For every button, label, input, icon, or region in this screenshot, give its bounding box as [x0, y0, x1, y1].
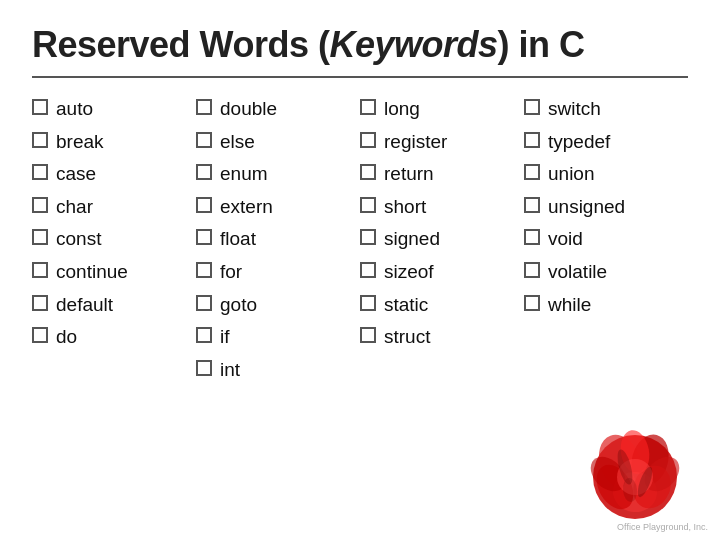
- keyword-text: unsigned: [548, 194, 625, 221]
- list-item: static: [360, 292, 524, 319]
- bullet-icon: [196, 262, 212, 278]
- title-text-after: ) in C: [498, 24, 585, 65]
- list-item: for: [196, 259, 360, 286]
- keyword-text: auto: [56, 96, 93, 123]
- list-item: char: [32, 194, 196, 221]
- list-item: sizeof: [360, 259, 524, 286]
- list-item: unsigned: [524, 194, 688, 221]
- bullet-icon: [524, 164, 540, 180]
- bullet-icon: [196, 197, 212, 213]
- column-2: doubleelseenumexternfloatforgotoifint: [196, 96, 360, 389]
- bullet-icon: [196, 360, 212, 376]
- keyword-text: float: [220, 226, 256, 253]
- bullet-icon: [360, 295, 376, 311]
- bullet-icon: [196, 295, 212, 311]
- list-item: volatile: [524, 259, 688, 286]
- bullet-icon: [360, 99, 376, 115]
- bullet-icon: [196, 164, 212, 180]
- list-item: auto: [32, 96, 196, 123]
- list-item: do: [32, 324, 196, 351]
- watermark: Office Playground, Inc.: [617, 522, 708, 532]
- list-item: break: [32, 129, 196, 156]
- keyword-text: enum: [220, 161, 268, 188]
- keyword-text: extern: [220, 194, 273, 221]
- keyword-text: goto: [220, 292, 257, 319]
- list-item: else: [196, 129, 360, 156]
- bullet-icon: [32, 262, 48, 278]
- bullet-icon: [524, 197, 540, 213]
- page: Reserved Words (Keywords) in C autobreak…: [0, 0, 720, 540]
- bullet-icon: [32, 327, 48, 343]
- column-3: longregisterreturnshortsignedsizeofstati…: [360, 96, 524, 389]
- list-item: signed: [360, 226, 524, 253]
- list-item: while: [524, 292, 688, 319]
- list-item: double: [196, 96, 360, 123]
- keyword-text: default: [56, 292, 113, 319]
- title-divider: [32, 76, 688, 78]
- keyword-text: static: [384, 292, 428, 319]
- list-item: register: [360, 129, 524, 156]
- keyword-text: char: [56, 194, 93, 221]
- bullet-icon: [360, 164, 376, 180]
- list-item: case: [32, 161, 196, 188]
- page-title: Reserved Words (Keywords) in C: [32, 24, 688, 66]
- column-1: autobreakcasecharconstcontinuedefaultdo: [32, 96, 196, 389]
- bullet-icon: [360, 132, 376, 148]
- keyword-text: signed: [384, 226, 440, 253]
- list-item: int: [196, 357, 360, 384]
- bullet-icon: [360, 197, 376, 213]
- list-item: enum: [196, 161, 360, 188]
- bullet-icon: [524, 229, 540, 245]
- keyword-text: break: [56, 129, 104, 156]
- list-item: typedef: [524, 129, 688, 156]
- keyword-text: union: [548, 161, 595, 188]
- list-item: goto: [196, 292, 360, 319]
- keyword-text: double: [220, 96, 277, 123]
- list-item: continue: [32, 259, 196, 286]
- keyword-text: if: [220, 324, 230, 351]
- bullet-icon: [196, 229, 212, 245]
- list-item: short: [360, 194, 524, 221]
- list-item: if: [196, 324, 360, 351]
- list-item: float: [196, 226, 360, 253]
- keyword-text: void: [548, 226, 583, 253]
- column-4: switchtypedefunionunsignedvoidvolatilewh…: [524, 96, 688, 389]
- keyword-text: for: [220, 259, 242, 286]
- keyword-text: volatile: [548, 259, 607, 286]
- list-item: return: [360, 161, 524, 188]
- list-item: long: [360, 96, 524, 123]
- keyword-text: int: [220, 357, 240, 384]
- bullet-icon: [524, 132, 540, 148]
- keyword-text: return: [384, 161, 434, 188]
- list-item: void: [524, 226, 688, 253]
- keywords-columns: autobreakcasecharconstcontinuedefaultdo …: [32, 96, 688, 389]
- bullet-icon: [32, 99, 48, 115]
- list-item: default: [32, 292, 196, 319]
- bullet-icon: [196, 132, 212, 148]
- keyword-text: const: [56, 226, 101, 253]
- keyword-text: long: [384, 96, 420, 123]
- title-keywords: Keywords: [329, 24, 497, 65]
- bullet-icon: [32, 132, 48, 148]
- bullet-icon: [32, 295, 48, 311]
- list-item: struct: [360, 324, 524, 351]
- bullet-icon: [360, 229, 376, 245]
- list-item: extern: [196, 194, 360, 221]
- keyword-text: continue: [56, 259, 128, 286]
- keyword-text: sizeof: [384, 259, 434, 286]
- list-item: const: [32, 226, 196, 253]
- keyword-text: typedef: [548, 129, 610, 156]
- list-item: union: [524, 161, 688, 188]
- bullet-icon: [32, 229, 48, 245]
- keyword-text: do: [56, 324, 77, 351]
- bullet-icon: [196, 99, 212, 115]
- bullet-icon: [196, 327, 212, 343]
- keyword-text: case: [56, 161, 96, 188]
- bullet-icon: [32, 197, 48, 213]
- bullet-icon: [524, 99, 540, 115]
- bullet-icon: [524, 295, 540, 311]
- pompom-decoration: [580, 422, 690, 532]
- bullet-icon: [360, 262, 376, 278]
- keyword-text: short: [384, 194, 426, 221]
- title-text-before: Reserved Words (: [32, 24, 329, 65]
